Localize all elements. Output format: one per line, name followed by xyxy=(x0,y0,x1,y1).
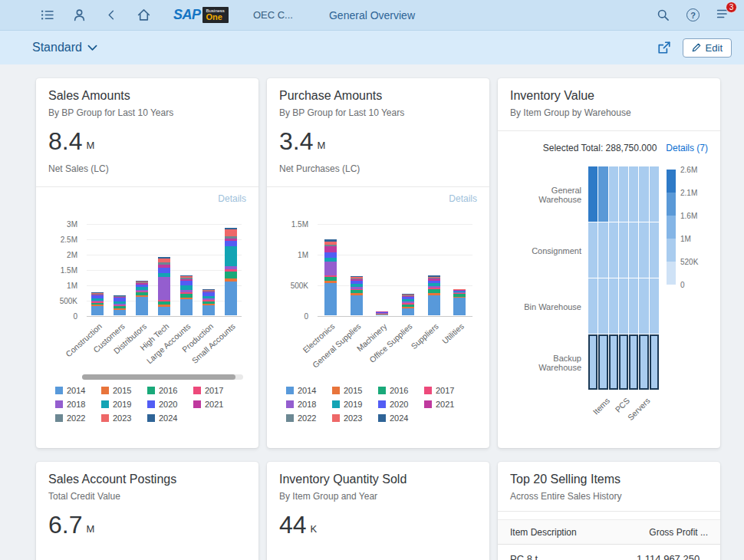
bar-segment xyxy=(351,295,363,315)
legend-item-2019[interactable]: 2019 xyxy=(101,400,147,409)
bar-customers[interactable]: Customers xyxy=(109,224,131,316)
heatmap-cell[interactable] xyxy=(650,278,659,334)
heatmap-cell[interactable] xyxy=(629,278,638,334)
bar-distributors[interactable]: Distributors xyxy=(131,224,153,316)
bar-construction[interactable]: Construction xyxy=(87,224,109,316)
legend-item-2015[interactable]: 2015 xyxy=(101,386,147,395)
heatmap-cell[interactable] xyxy=(639,334,648,390)
legend-swatch xyxy=(424,400,432,408)
legend-item-2022[interactable]: 2022 xyxy=(55,413,101,423)
back-icon[interactable] xyxy=(104,8,118,22)
notifications-button[interactable]: 3 xyxy=(716,7,730,24)
bar-suppliers[interactable]: Suppliers xyxy=(421,224,447,316)
heatmap-cell[interactable] xyxy=(588,166,598,222)
bar-high-tech[interactable]: High Tech xyxy=(153,224,176,316)
kpi-sales-account-postings: 6.7 M xyxy=(48,512,246,537)
stacked-bar xyxy=(402,294,414,315)
y-axis-tick: 1.5M xyxy=(291,220,308,229)
heatmap-cell[interactable] xyxy=(619,166,628,222)
legend-swatch xyxy=(332,400,340,408)
company-name[interactable]: OEC C... xyxy=(253,9,293,21)
legend-item-2016[interactable]: 2016 xyxy=(378,386,424,395)
heatmap-cell[interactable] xyxy=(588,222,598,278)
legend-item-2017[interactable]: 2017 xyxy=(193,386,239,395)
details-link[interactable]: Details xyxy=(48,187,246,204)
bar-electronics[interactable]: Electronics xyxy=(318,224,344,316)
legend-item-2016[interactable]: 2016 xyxy=(147,386,193,395)
heatmap-cell[interactable] xyxy=(598,278,607,334)
legend-item-2024[interactable]: 2024 xyxy=(147,413,193,423)
legend-item-2014[interactable]: 2014 xyxy=(286,386,332,395)
legend-item-2015[interactable]: 2015 xyxy=(332,386,378,395)
heatmap-cell[interactable] xyxy=(639,166,648,222)
chart-scrollbar[interactable] xyxy=(82,374,243,380)
search-icon[interactable] xyxy=(656,8,670,22)
legend-label: 2016 xyxy=(390,386,408,395)
legend-item-2020[interactable]: 2020 xyxy=(147,400,193,409)
table-row[interactable]: PC 8 t... 1,114,967,250... xyxy=(498,545,720,560)
bar-utilities[interactable]: Utilities xyxy=(446,224,472,316)
module-menu-icon[interactable] xyxy=(40,8,54,22)
bar-office-supplies[interactable]: Office Supplies xyxy=(395,224,421,316)
bar-production[interactable]: Production xyxy=(197,224,219,316)
legend-item-2017[interactable]: 2017 xyxy=(424,386,470,395)
heatmap-cell[interactable] xyxy=(609,334,618,390)
heatmap-cell[interactable] xyxy=(598,334,607,390)
scale-block xyxy=(667,262,676,285)
y-axis-tick: 3M xyxy=(67,220,77,229)
edit-button[interactable]: Edit xyxy=(683,38,732,58)
details-link[interactable]: Details xyxy=(279,187,477,204)
legend-label: 2024 xyxy=(390,413,408,423)
legend-item-2022[interactable]: 2022 xyxy=(286,413,332,423)
heatmap-cell[interactable] xyxy=(619,278,628,334)
legend-item-2023[interactable]: 2023 xyxy=(332,413,378,423)
help-icon[interactable]: ? xyxy=(686,8,700,21)
heatmap-cell[interactable] xyxy=(619,222,628,278)
heatmap-cell[interactable] xyxy=(609,278,618,334)
variant-selector[interactable]: Standard xyxy=(32,41,97,54)
gross-profit-cell: 1,114,967,250... xyxy=(637,553,708,560)
heatmap-cell[interactable] xyxy=(609,166,618,222)
legend-item-2018[interactable]: 2018 xyxy=(286,400,332,409)
heatmap-cell[interactable] xyxy=(629,334,638,390)
heatmap-cell[interactable] xyxy=(650,222,659,278)
legend-item-2019[interactable]: 2019 xyxy=(332,400,378,409)
legend-item-2018[interactable]: 2018 xyxy=(55,400,101,409)
bar-large-accounts[interactable]: Large Accounts xyxy=(175,224,197,316)
shell-header: SAP Business One OEC C... General Overvi… xyxy=(0,0,744,31)
legend-item-2021[interactable]: 2021 xyxy=(424,400,470,409)
chart-scrollbar-thumb[interactable] xyxy=(82,374,235,380)
heatmap-cell[interactable] xyxy=(639,222,648,278)
bar-segment xyxy=(376,315,388,315)
heatmap-cell[interactable] xyxy=(629,166,638,222)
heatmap-cell[interactable] xyxy=(650,166,659,222)
heatmap-cell[interactable] xyxy=(588,278,598,334)
heatmap-cell[interactable] xyxy=(650,334,659,390)
y-axis-tick: 500K xyxy=(291,282,308,290)
heatmap-cell[interactable] xyxy=(609,222,618,278)
purchase-amounts-chart: 0500K1M1.5M ElectronicsGeneral SuppliesM… xyxy=(279,215,477,365)
bar-general-supplies[interactable]: General Supplies xyxy=(344,224,370,316)
heatmap-cell[interactable] xyxy=(598,222,607,278)
bar-machinery[interactable]: Machinery xyxy=(369,224,395,316)
legend-swatch xyxy=(55,387,63,394)
share-export-icon[interactable] xyxy=(657,40,672,55)
bars-container: ElectronicsGeneral SuppliesMachineryOffi… xyxy=(318,224,472,316)
home-icon[interactable] xyxy=(137,8,150,22)
legend-item-2021[interactable]: 2021 xyxy=(193,400,239,409)
bar-small-accounts[interactable]: Small Accounts xyxy=(219,224,242,316)
stacked-bar xyxy=(114,295,126,315)
heatmap-cell[interactable] xyxy=(629,222,638,278)
legend-label: 2023 xyxy=(113,413,131,423)
details-link[interactable]: Details (7) xyxy=(666,143,708,153)
legend-item-2024[interactable]: 2024 xyxy=(378,413,424,423)
user-icon[interactable] xyxy=(72,8,86,22)
heatmap-cell[interactable] xyxy=(598,166,607,222)
heatmap-cell[interactable] xyxy=(639,278,648,334)
legend-item-2023[interactable]: 2023 xyxy=(101,413,147,423)
heatmap-cell[interactable] xyxy=(619,334,628,390)
heatmap-cell[interactable] xyxy=(588,334,598,390)
legend-item-2014[interactable]: 2014 xyxy=(55,386,101,395)
legend-item-2020[interactable]: 2020 xyxy=(378,400,424,409)
page-toolbar: Standard Edit xyxy=(0,31,744,64)
